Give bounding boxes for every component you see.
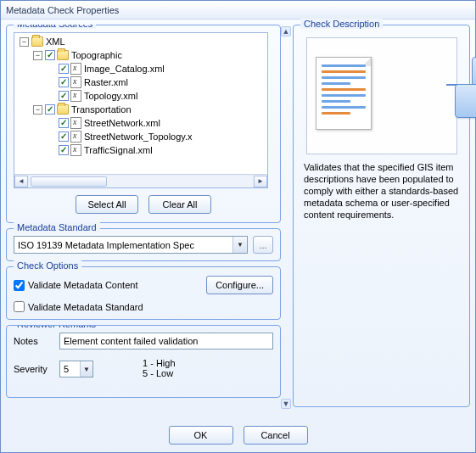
validate-content-checkbox[interactable] [14, 280, 25, 291]
checkbox-icon[interactable] [59, 145, 69, 155]
combo-value: 5 [64, 364, 69, 374]
scroll-thumb[interactable] [31, 176, 107, 187]
tree-folder-row[interactable]: − Topographic [14, 48, 267, 62]
chevron-down-icon[interactable]: ▼ [232, 237, 247, 253]
metadata-standard-combo[interactable]: ISO 19139 Metadata Implementation Spec ▼ [14, 236, 248, 254]
validate-content-option[interactable]: Validate Metadata Content [14, 280, 137, 291]
scroll-right-button[interactable]: ► [254, 176, 267, 187]
tree-label: XML [46, 36, 65, 47]
document-icon [316, 57, 372, 130]
checkbox-icon[interactable] [59, 91, 69, 101]
tree-file-row[interactable]: TrafficSignal.xml [14, 143, 267, 157]
tree-label: Topographic [71, 50, 122, 60]
configure-button[interactable]: Configure... [206, 276, 273, 294]
validate-standard-option[interactable]: Validate Metadata Standard [14, 301, 273, 312]
browse-button[interactable]: ... [253, 236, 273, 254]
scroll-track[interactable] [29, 176, 253, 187]
tree-label: Topology.xml [84, 91, 137, 101]
dialog-body: Metadata Sources − XML [1, 20, 475, 418]
sources-tree[interactable]: − XML − Topographic [14, 32, 268, 188]
checkbox-icon[interactable] [59, 64, 69, 74]
xml-file-icon [70, 144, 81, 156]
tree-label: Transportation [71, 104, 132, 115]
tree-folder-row[interactable]: − Transportation [14, 103, 267, 116]
tree-file-row[interactable]: Raster.xml [14, 76, 267, 89]
xml-file-icon [70, 117, 81, 129]
tree-label: StreetNetwork_Topology.x [84, 131, 193, 142]
option-label: Validate Metadata Content [28, 280, 137, 290]
chevron-down-icon[interactable]: ▼ [80, 361, 92, 377]
select-all-button[interactable]: Select All [76, 195, 138, 214]
description-illustration [306, 37, 457, 154]
check-options-group: Check Options Validate Metadata Content … [6, 266, 281, 320]
clear-all-button[interactable]: Clear All [148, 195, 211, 214]
checkbox-icon[interactable] [45, 50, 55, 60]
group-legend: Check Options [14, 260, 81, 271]
check-description-group: Check Description Va [293, 25, 470, 407]
group-legend: Metadata Standard [14, 222, 100, 232]
severity-high-label: 1 - High [143, 358, 176, 368]
collapse-icon[interactable]: − [33, 51, 42, 60]
xml-file-icon [70, 76, 81, 88]
dialog-footer: OK Cancel [1, 418, 475, 452]
severity-label: Severity [14, 364, 53, 374]
tree-label: Image_Catalog.xml [84, 64, 165, 74]
checkbox-icon[interactable] [45, 104, 55, 115]
metadata-standard-group: Metadata Standard ISO 19139 Metadata Imp… [6, 228, 281, 261]
xml-file-icon [70, 63, 81, 75]
collapse-icon[interactable]: − [20, 37, 29, 47]
tree-label: Raster.xml [84, 77, 128, 87]
folder-icon [31, 36, 43, 47]
description-text: Validates that the specified GIS item de… [300, 161, 462, 221]
severity-legend: 1 - High 5 - Low [143, 358, 176, 380]
right-pane: Check Description Va [288, 25, 470, 411]
group-legend: Metadata Sources [14, 25, 96, 29]
tree-file-row[interactable]: StreetNetwork.xml [14, 116, 267, 130]
checkbox-icon[interactable] [59, 118, 69, 128]
group-legend: Check Description [300, 19, 383, 29]
tree-label: StreetNetwork.xml [84, 118, 160, 128]
tree-label: TrafficSignal.xml [84, 145, 153, 155]
cancel-button[interactable]: Cancel [244, 426, 308, 445]
metadata-check-properties-dialog: Metadata Check Properties Metadata Sourc… [0, 0, 476, 453]
option-label: Validate Metadata Standard [28, 302, 143, 312]
folder-icon [57, 50, 69, 60]
xml-file-icon [70, 131, 81, 143]
tree-file-row[interactable]: Image_Catalog.xml [14, 62, 267, 76]
tree-root-row[interactable]: − XML [14, 35, 267, 48]
severity-combo[interactable]: 5 ▼ [59, 361, 93, 378]
folder-icon [57, 104, 69, 115]
xml-file-icon [70, 90, 81, 102]
notes-field[interactable] [59, 333, 273, 350]
title-text: Metadata Check Properties [6, 5, 119, 15]
ok-button[interactable]: OK [169, 426, 233, 445]
left-pane: Metadata Sources − XML [6, 25, 284, 411]
tree-view[interactable]: − XML − Topographic [14, 33, 267, 174]
reviewer-remarks-group: Reviewer Remarks Notes Severity 5 ▼ 1 - … [6, 325, 281, 398]
validate-standard-checkbox[interactable] [14, 301, 25, 312]
notes-label: Notes [14, 336, 53, 346]
tree-file-row[interactable]: StreetNetwork_Topology.x [14, 130, 267, 143]
tree-file-row[interactable]: Topology.xml [14, 89, 267, 103]
horizontal-scrollbar[interactable]: ◄ ► [14, 174, 267, 187]
metadata-sources-group: Metadata Sources − XML [6, 25, 281, 223]
severity-low-label: 5 - Low [143, 368, 176, 378]
scroll-left-button[interactable]: ◄ [14, 176, 28, 187]
combo-value: ISO 19139 Metadata Implementation Spec [18, 240, 232, 250]
checkbox-icon[interactable] [59, 77, 69, 87]
checkbox-icon[interactable] [59, 131, 69, 142]
group-legend: Reviewer Remarks [14, 325, 99, 329]
titlebar: Metadata Check Properties [1, 1, 475, 20]
collapse-icon[interactable]: − [33, 105, 42, 115]
